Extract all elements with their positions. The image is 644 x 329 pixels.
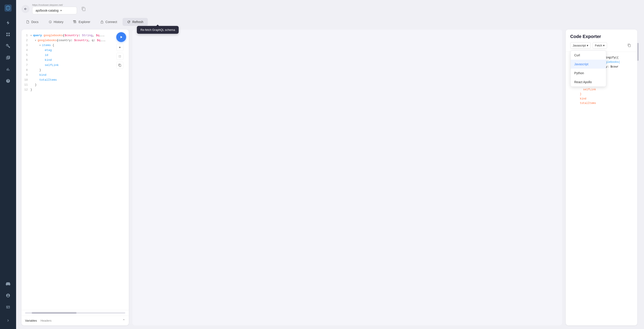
code-text-10: totalItems [39,77,57,82]
sidebar-item-book[interactable] [3,53,13,63]
tab-connect[interactable]: Connect [96,18,122,26]
dropdown-javascript[interactable]: Javascript [571,60,606,69]
exporter-wrapper: Code Exporter Javascript ▾ Curl [566,29,639,326]
clipboard-button[interactable] [80,5,88,13]
code-line-1: ▼ query googlebooks($country: String, $q… [30,33,127,38]
code-text-8: } [39,68,41,73]
header: https://cooluser.stepzen.net/ api/book-c… [16,0,644,14]
code-text-7: selfLink [45,63,58,68]
content-area: 1234 5678 9101112 ▼ query googlebooks($c… [16,26,644,329]
code-text-5: id [45,53,48,58]
copy-button[interactable] [116,62,124,69]
refresh-icon [127,20,130,24]
tab-history[interactable]: History [44,18,68,26]
results-panel [132,29,562,326]
main-area: https://cooluser.stepzen.net/ api/book-c… [16,0,644,329]
language-current: Javascript [573,44,586,47]
code-text-1: query googlebooks($country: String, $q..… [33,33,105,38]
code-editor[interactable]: ▼ query googlebooks($country: String, $q… [30,29,129,310]
code-line-2: ▼ googlebooks(country: $country, q: $q..… [30,38,127,43]
exporter-code: let graphql = JSON.stringify({ query: ` … [566,52,637,326]
ex-line-9: } [570,92,633,96]
code-exporter-panel: Code Exporter Javascript ▾ Curl [566,29,637,326]
fetch-chevron-icon: ▾ [603,44,605,47]
sparkle-button[interactable]: ✦ [116,44,124,51]
api-name-label: api/book-catalog [36,9,58,12]
exporter-header: Code Exporter Javascript ▾ Curl [566,29,637,52]
language-selector[interactable]: Javascript ▾ Curl Javascript [570,42,591,49]
play-button[interactable] [116,32,126,42]
sidebar-item-expand[interactable] [3,316,13,326]
refresh-tooltip: Re-fetch GraphQL schema [137,26,179,34]
svg-rect-1 [6,33,8,34]
triangle-1[interactable]: ▼ [30,34,33,37]
app-logo[interactable] [4,3,12,12]
headers-tab[interactable]: Headers [40,319,52,322]
scrollbar-thumb[interactable] [32,312,76,314]
sidebar-item-table[interactable] [3,302,13,312]
code-line-11: } [30,82,127,87]
code-text-4: etag [45,48,52,53]
sidebar-item-user[interactable] [3,291,13,300]
code-text-3: items { [42,43,54,48]
code-text-9: kind [39,73,46,77]
ex-line-11: totalItems [570,101,633,105]
code-line-3: ▼ items { [30,43,127,48]
url-bar: https://cooluser.stepzen.net/ api/book-c… [32,3,77,14]
code-text-2: googlebooks(country: $country, q: $q... [38,38,106,43]
editor-panel: 1234 5678 9101112 ▼ query googlebooks($c… [22,29,129,326]
tab-explorer[interactable]: Explorer [69,18,94,26]
back-button[interactable] [22,5,30,13]
code-line-6: kind [30,58,127,63]
tab-refresh-label: Refresh [132,20,143,24]
api-selector[interactable]: api/book-catalog ▾ [32,7,77,14]
code-text-6: kind [45,58,52,63]
sidebar-item-chart[interactable] [3,64,13,74]
editor-body: 1234 5678 9101112 ▼ query googlebooks($c… [22,29,129,310]
exporter-controls: Javascript ▾ Curl Javascript [570,42,633,49]
ex-line-8: selfLink [570,87,633,92]
sidebar-item-key[interactable] [3,41,13,51]
triangle-3[interactable]: ▼ [39,43,42,47]
bottom-tabs: Variables Headers ⌃ [22,316,129,326]
sidebar-item-grid[interactable] [3,29,13,39]
svg-rect-2 [8,33,10,34]
code-line-5: id [30,53,127,58]
sidebar-item-discord[interactable] [3,279,13,289]
tab-docs[interactable]: Docs [22,18,43,26]
sidebar-item-help[interactable] [3,76,13,86]
code-line-12: } [30,87,127,92]
url-text: https://cooluser.stepzen.net/ [32,3,77,6]
code-text-12: } [30,87,32,92]
language-dropdown[interactable]: Curl Javascript Python React Apollo [570,50,606,87]
dropdown-curl[interactable]: Curl [571,51,606,60]
sidebar-item-bolt[interactable] [3,18,13,28]
collapse-button[interactable]: ⌃ [122,319,125,323]
exporter-copy-button[interactable] [626,42,633,49]
ex-line-10: kind [570,97,633,101]
triangle-2[interactable]: ▼ [35,39,38,42]
code-text-11: } [35,82,37,87]
svg-rect-4 [8,35,10,36]
line-numbers: 1234 5678 9101112 [22,29,30,310]
exporter-title: Code Exporter [570,34,633,39]
variables-tab[interactable]: Variables [25,319,37,322]
docs-icon [26,20,30,24]
dropdown-python[interactable]: Python [571,69,606,77]
tab-refresh[interactable]: Refresh [122,18,148,26]
code-line-9: kind [30,73,127,77]
expand-button[interactable] [116,53,124,60]
code-line-10: totalItems [30,77,127,82]
fetch-selector[interactable]: Fetch ▾ [592,42,607,49]
tab-explorer-label: Explorer [78,20,90,24]
dropdown-react-apollo[interactable]: React Apollo [571,77,606,86]
horizontal-scrollbar[interactable] [22,310,129,316]
editor-toolbar: ✦ [116,32,126,69]
connect-icon [100,20,104,24]
history-icon [48,20,52,24]
fetch-current: Fetch [595,44,602,47]
exporter-scrollbar[interactable] [637,29,639,326]
tab-docs-label: Docs [31,20,38,24]
exporter-scrollbar-thumb[interactable] [637,43,639,61]
tab-connect-label: Connect [106,20,117,24]
